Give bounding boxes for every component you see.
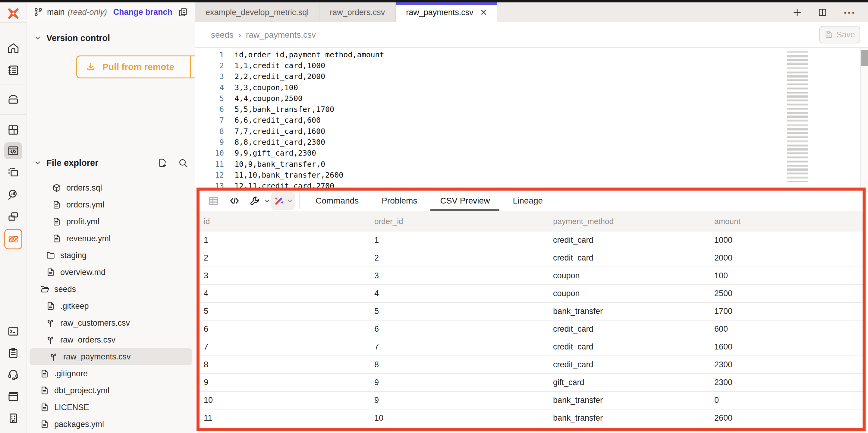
browser-icon[interactable]	[4, 388, 22, 405]
folder-open-icon	[40, 284, 50, 294]
headset-icon[interactable]	[4, 366, 22, 383]
folder-icon	[46, 251, 56, 260]
table-row[interactable]: 1 1 credit_card 1000	[199, 232, 863, 249]
editor-scrollbar-thumb[interactable]	[861, 50, 868, 66]
file-row[interactable]: revenue.yml	[27, 230, 195, 247]
change-branch-link[interactable]: Change branch	[113, 7, 173, 17]
new-file-icon[interactable]	[157, 158, 167, 168]
terminal-icon[interactable]	[4, 323, 22, 340]
notebook-icon[interactable]	[4, 62, 22, 79]
line-text: 6,6,credit_card,600	[235, 116, 321, 124]
file-row[interactable]: profit.yml	[27, 213, 195, 230]
build-wrench-icon[interactable]	[248, 194, 262, 208]
file-row[interactable]: staging	[27, 247, 195, 264]
chevron-down-icon[interactable]	[264, 197, 271, 204]
table-row[interactable]: 7 7 credit_card 1600	[199, 338, 863, 356]
table-row[interactable]: 2 2 credit_card 2000	[199, 249, 863, 267]
line-number: 8	[195, 127, 224, 136]
file-row[interactable]: orders.yml	[27, 196, 195, 213]
file-row[interactable]: dbt_project.yml	[27, 382, 195, 399]
search-insights-icon[interactable]	[4, 186, 22, 203]
bottom-panel-tab[interactable]: Lineage	[511, 191, 545, 211]
table-row[interactable]: 10 9 bank_transfer 0	[199, 392, 863, 409]
pull-from-remote-button[interactable]: Pull from remote	[76, 56, 216, 78]
frame-select-icon[interactable]	[4, 164, 22, 181]
file-row[interactable]: packages.yml	[27, 416, 195, 433]
table-row[interactable]: 4 4 coupon 2500	[199, 285, 863, 303]
breadcrumb-item[interactable]: raw_payments.csv	[246, 30, 316, 40]
windows-icon[interactable]	[4, 208, 22, 225]
chevron-down-icon	[34, 34, 41, 42]
bottom-panel-tab[interactable]: Problems	[380, 191, 419, 211]
magic-wand-icon[interactable]	[272, 194, 286, 208]
results-table-icon[interactable]	[206, 194, 221, 208]
new-tab-icon[interactable]	[792, 7, 802, 17]
file-name: .gitignore	[54, 369, 88, 378]
file-explorer-header[interactable]: File explorer	[34, 156, 188, 170]
compiled-code-icon[interactable]	[227, 194, 242, 208]
editor-scrollbar[interactable]	[860, 48, 868, 190]
file-name: seeds	[54, 285, 76, 294]
pull-from-remote-main[interactable]: Pull from remote	[77, 56, 191, 78]
dbt-logo-icon[interactable]	[5, 5, 21, 22]
line-text: id,order_id,payment_method,amount	[235, 50, 384, 59]
editor-tab[interactable]: example_develop_metric.sql	[195, 2, 319, 22]
line-text: 3,3,coupon,100	[235, 83, 298, 92]
code-line: 5 4,4,coupon,2500	[195, 93, 868, 104]
model-cube-icon	[52, 183, 61, 193]
clipboard-icon[interactable]	[4, 345, 22, 362]
table-cell: 8	[204, 360, 374, 369]
breadcrumb-item[interactable]: seeds	[211, 30, 234, 40]
line-number: 11	[195, 160, 224, 169]
bottom-panel-tab[interactable]: CSV Preview	[438, 191, 492, 211]
version-control-header[interactable]: Version control	[34, 31, 110, 45]
layout-grid-icon[interactable]	[4, 121, 22, 138]
file-row[interactable]: orders.sql	[27, 179, 195, 196]
table-cell: 2300	[714, 378, 863, 387]
editor-minimap[interactable]	[787, 50, 808, 182]
close-tab-icon[interactable]: ✕	[480, 7, 487, 18]
editor-tab-bar: example_develop_metric.sql raw_orders.cs…	[195, 2, 868, 22]
branch-bar: main (read-only) Change branch	[27, 2, 195, 22]
table-cell: 100	[714, 271, 863, 281]
table-cell: 4	[374, 289, 553, 298]
editor-tab[interactable]: raw_orders.csv	[319, 2, 396, 22]
ai-wand-group[interactable]	[271, 192, 295, 210]
split-view-icon[interactable]	[818, 7, 827, 17]
file-row[interactable]: .gitkeep	[27, 298, 195, 315]
table-row[interactable]: 8 8 credit_card 2300	[199, 356, 863, 374]
code-editor-icon[interactable]	[4, 142, 22, 159]
atom-icon[interactable]	[4, 229, 22, 249]
file-row[interactable]: .gitignore	[27, 365, 195, 382]
file-row[interactable]: seeds	[27, 281, 195, 298]
table-row[interactable]: 6 6 credit_card 600	[199, 320, 863, 338]
archive-icon[interactable]	[4, 91, 22, 108]
table-row[interactable]: 9 9 gift_card 2300	[199, 374, 863, 392]
save-button[interactable]: Save	[819, 26, 860, 44]
document-icon	[52, 200, 61, 209]
file-row[interactable]: raw_payments.csv	[30, 348, 192, 365]
table-cell: bank_transfer	[553, 396, 714, 405]
file-name: packages.yml	[54, 420, 104, 429]
table-row[interactable]: 11 10 bank_transfer 2600	[199, 409, 863, 427]
file-row[interactable]: overview.md	[27, 264, 195, 281]
home-icon[interactable]	[4, 40, 22, 57]
pull-button-label: Pull from remote	[102, 62, 174, 72]
file-row[interactable]: raw_orders.csv	[27, 331, 195, 348]
chevron-down-icon[interactable]	[286, 197, 293, 204]
copy-docs-icon[interactable]	[178, 7, 188, 17]
table-cell: 7	[204, 342, 374, 352]
table-cell: coupon	[553, 271, 714, 281]
file-row[interactable]: LICENSE	[27, 399, 195, 416]
bottom-panel-tabs: CommandsProblemsCSV PreviewLineage	[314, 191, 545, 211]
building-icon[interactable]	[4, 410, 22, 427]
code-editor[interactable]: 1 id,order_id,payment_method,amount 2 1,…	[195, 48, 868, 190]
editor-tab[interactable]: raw_payments.csv ✕	[396, 2, 497, 22]
bottom-panel-tab[interactable]: Commands	[314, 191, 361, 211]
table-row[interactable]: 5 5 bank_transfer 1700	[199, 303, 863, 320]
table-cell: 2000	[714, 253, 863, 263]
search-icon[interactable]	[178, 158, 188, 168]
file-row[interactable]: raw_customers.csv	[27, 315, 195, 331]
table-row[interactable]: 3 3 coupon 100	[199, 267, 863, 285]
file-name: raw_orders.csv	[60, 335, 116, 345]
